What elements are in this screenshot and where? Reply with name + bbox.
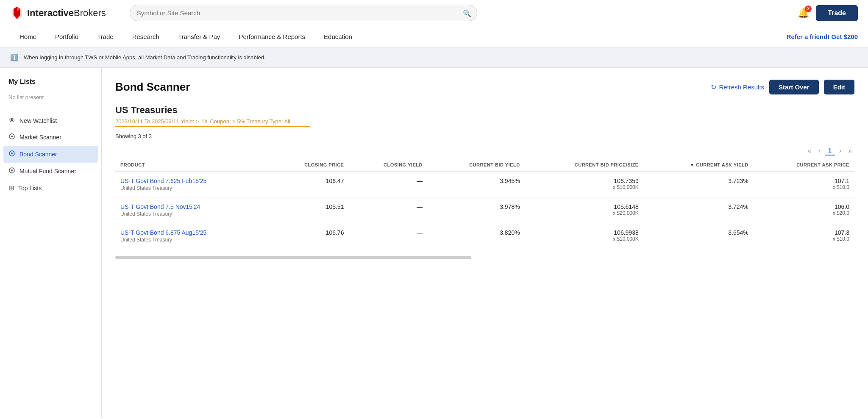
current-page: 1 (825, 146, 835, 155)
sidebar-item-label: Mutual Fund Scanner (19, 168, 76, 175)
bid-size: x $10,000K (530, 184, 639, 190)
refresh-icon: ↻ (711, 83, 716, 91)
bond-name-link[interactable]: US-T Govt Bond 6.875 Aug15'25 (120, 229, 264, 236)
ask-price: 107.3 (759, 229, 849, 236)
nav-item-performance[interactable]: Performance & Reports (229, 26, 314, 47)
bid-price: 105.6148 (530, 203, 639, 210)
cell-closing-yield: — (349, 197, 427, 223)
cell-current-ask-price: 107.1 x $10,0 (754, 171, 854, 197)
bonds-table: PRODUCT CLOSING PRICE CLOSING YIELD CURR… (115, 159, 854, 249)
trade-button[interactable]: Trade (816, 5, 858, 21)
nav-item-transfer[interactable]: Transfer & Pay (169, 26, 229, 47)
refer-link[interactable]: Refer a friend! Get $200 (787, 33, 858, 40)
sidebar-item-market-scanner[interactable]: Market Scanner (0, 129, 101, 146)
search-bar[interactable]: 🔍 (130, 5, 477, 21)
refresh-button[interactable]: ↻ Refresh Results (711, 83, 764, 91)
nav-item-trade[interactable]: Trade (88, 26, 123, 47)
bond-name-link[interactable]: US-T Govt Bond 7.625 Feb15'25 (120, 178, 264, 184)
nav-item-portfolio[interactable]: Portfolio (46, 26, 88, 47)
col-current-ask-price: CURRENT ASK PRICE (754, 159, 854, 171)
sidebar-item-new-watchlist[interactable]: 👁 New Watchlist (0, 113, 101, 129)
bid-size: x $10,000K (530, 236, 639, 242)
bond-scanner-icon (8, 150, 15, 158)
filter-line: 2023/10/11 To 2025/09/11 Yield: > 1% Cou… (115, 118, 854, 125)
bid-price: 106.7359 (530, 178, 639, 184)
col-current-bid-price-size: CURRENT BID PRICE/SIZE (525, 159, 644, 171)
ask-size: x $10,0 (759, 236, 849, 242)
content-header: Bond Scanner ↻ Refresh Results Start Ove… (115, 80, 854, 94)
bond-issuer: United States Treasury (120, 237, 264, 243)
search-icon: 🔍 (463, 9, 471, 17)
col-product: PRODUCT (115, 159, 270, 171)
cell-current-ask-yield: 3.724% (644, 197, 754, 223)
filter-underline (115, 126, 310, 127)
header: InteractiveBrokers 🔍 🔔 2 Trade (0, 0, 868, 26)
sidebar-item-top-lists[interactable]: ⊞ Top Lists (0, 180, 101, 196)
notification-badge: 2 (805, 6, 812, 12)
last-page-button[interactable]: » (846, 146, 854, 155)
sidebar: My Lists No list present 👁 New Watchlist… (0, 68, 102, 418)
cell-current-ask-price: 106.0 x $20,0 (754, 197, 854, 223)
logo-icon (10, 6, 24, 21)
bid-price: 106.9938 (530, 229, 639, 236)
nav-item-education[interactable]: Education (314, 26, 362, 47)
prev-page-button[interactable]: ‹ (816, 146, 823, 155)
sidebar-divider (0, 109, 101, 109)
nav-items: Home Portfolio Trade Research Transfer &… (10, 26, 787, 47)
horizontal-scrollbar[interactable] (115, 256, 471, 259)
market-scanner-icon (8, 133, 15, 142)
main-content: Bond Scanner ↻ Refresh Results Start Ove… (102, 68, 868, 418)
cell-current-bid-yield: 3.945% (428, 171, 525, 197)
ask-price: 106.0 (759, 203, 849, 210)
logo-text: InteractiveBrokers (27, 8, 106, 19)
ask-price: 107.1 (759, 178, 849, 184)
bell-button[interactable]: 🔔 2 (798, 8, 809, 19)
main-layout: My Lists No list present 👁 New Watchlist… (0, 68, 868, 418)
sidebar-item-label: Market Scanner (19, 134, 61, 141)
nav-item-research[interactable]: Research (123, 26, 169, 47)
sidebar-item-label: Bond Scanner (19, 151, 57, 158)
col-closing-yield: CLOSING YIELD (349, 159, 427, 171)
table-row: US-T Govt Bond 7.625 Feb15'25 United Sta… (115, 171, 854, 197)
ask-size: x $20,0 (759, 210, 849, 216)
edit-button[interactable]: Edit (824, 80, 854, 94)
watchlist-icon: 👁 (8, 117, 15, 125)
svg-point-10 (11, 169, 13, 171)
table-container: « ‹ 1 › » PRODUCT CLOSING PRICE CLOSING … (115, 146, 854, 259)
col-current-bid-yield: CURRENT BID YIELD (428, 159, 525, 171)
first-page-button[interactable]: « (805, 146, 814, 155)
sidebar-empty-label: No list present (0, 91, 101, 107)
mutual-fund-icon (8, 167, 15, 175)
ask-yield-sort: ▼ CURRENT ASK YIELD (649, 162, 748, 167)
col-closing-price: CLOSING PRICE (270, 159, 349, 171)
sidebar-title: My Lists (0, 78, 101, 91)
cell-current-bid-price-size: 105.6148 x $20,000K (525, 197, 644, 223)
nav-item-home[interactable]: Home (10, 26, 46, 47)
showing-text: Showing 3 of 3 (115, 133, 854, 139)
cell-current-ask-yield: 3.723% (644, 171, 754, 197)
sidebar-item-bond-scanner[interactable]: Bond Scanner (3, 146, 98, 163)
banner-text: When logging in through TWS or Mobile Ap… (24, 54, 266, 61)
info-icon: ℹ️ (10, 53, 19, 61)
cell-current-ask-yield: 3.654% (644, 223, 754, 249)
logo: InteractiveBrokers (10, 6, 106, 21)
sidebar-item-mutual-fund-scanner[interactable]: Mutual Fund Scanner (0, 163, 101, 180)
col-current-ask-yield[interactable]: ▼ CURRENT ASK YIELD (644, 159, 754, 171)
sort-icon: ▼ (690, 163, 694, 167)
table-header-row: PRODUCT CLOSING PRICE CLOSING YIELD CURR… (115, 159, 854, 171)
search-input[interactable] (130, 5, 477, 21)
cell-closing-price: 106.76 (270, 223, 349, 249)
sidebar-item-label: New Watchlist (19, 117, 57, 124)
cell-closing-yield: — (349, 171, 427, 197)
bid-size: x $20,000K (530, 210, 639, 216)
start-over-button[interactable]: Start Over (769, 80, 819, 94)
info-banner: ℹ️ When logging in through TWS or Mobile… (0, 47, 868, 68)
bond-name-link[interactable]: US-T Govt Bond 7.5 Nov15'24 (120, 203, 264, 210)
cell-product: US-T Govt Bond 6.875 Aug15'25 United Sta… (115, 223, 270, 249)
cell-closing-yield: — (349, 223, 427, 249)
sidebar-item-label: Top Lists (18, 185, 42, 191)
cell-product: US-T Govt Bond 7.625 Feb15'25 United Sta… (115, 171, 270, 197)
next-page-button[interactable]: › (837, 146, 844, 155)
bond-issuer: United States Treasury (120, 211, 264, 217)
cell-current-bid-yield: 3.978% (428, 197, 525, 223)
